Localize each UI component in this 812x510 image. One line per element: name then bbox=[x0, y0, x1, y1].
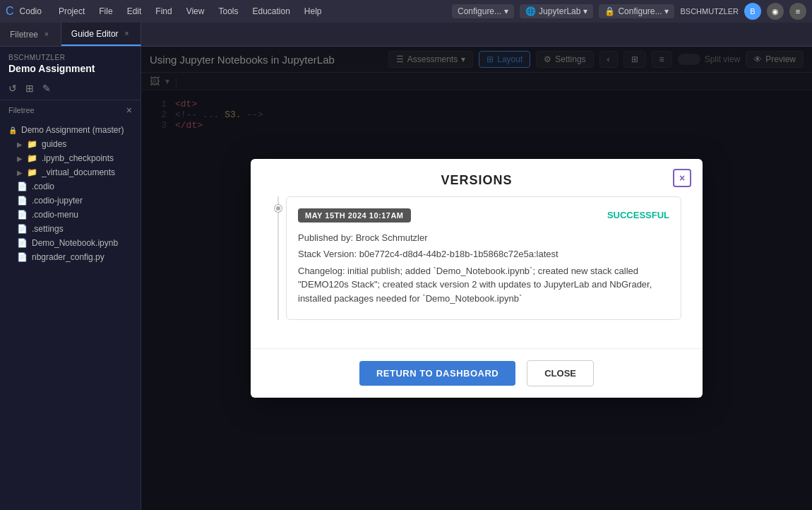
menu-file[interactable]: File bbox=[93, 4, 118, 19]
tree-label-settings: .settings bbox=[32, 224, 64, 234]
file-icon: 📄 bbox=[17, 182, 28, 191]
tree-label-codio-jupyter: .codio-jupyter bbox=[32, 196, 83, 206]
refresh-icon[interactable]: ↺ bbox=[8, 83, 17, 94]
modal-title: VERSIONS bbox=[441, 173, 512, 188]
upload-icon[interactable]: ⊞ bbox=[25, 83, 34, 94]
modal-footer: RETURN TO DASHBOARD CLOSE bbox=[251, 348, 703, 398]
app-name: Codio bbox=[20, 6, 42, 16]
tab-filetree-label: Filetree bbox=[10, 30, 38, 40]
version-status-0: SUCCESSFUL bbox=[607, 210, 669, 220]
folder-icon-3: 📁 bbox=[27, 167, 37, 177]
top-bar-right: Configure... ▾ 🌐 JupyterLab ▾ 🔒 Configur… bbox=[452, 3, 806, 20]
lock-icon: 🔒 bbox=[604, 6, 615, 16]
user-avatar[interactable]: B bbox=[744, 3, 761, 20]
content-area: Using Jupyter Notebooks in JupyterLab ☰ … bbox=[141, 47, 812, 510]
timeline-item-0: MAY 15TH 2024 10:17AM SUCCESSFUL Publish… bbox=[286, 196, 681, 321]
modal-overlay[interactable]: VERSIONS × MAY 15TH 2024 10:17AM SUCCESS… bbox=[141, 47, 812, 510]
folder-icon-2: 📁 bbox=[27, 153, 37, 163]
filetree-close-btn[interactable]: × bbox=[126, 105, 132, 116]
tab-guide-editor-label: Guide Editor bbox=[71, 29, 119, 39]
timeline-dot-0 bbox=[275, 205, 282, 212]
versions-modal: VERSIONS × MAY 15TH 2024 10:17AM SUCCESS… bbox=[251, 159, 703, 398]
modal-close-btn[interactable]: × bbox=[673, 169, 691, 187]
menu-find[interactable]: Find bbox=[150, 4, 177, 19]
user-name: BSCHMUTZLER bbox=[680, 7, 739, 16]
arrow-icon-2: ▶ bbox=[17, 155, 23, 162]
menu-edit[interactable]: Edit bbox=[121, 4, 148, 19]
close-button[interactable]: CLOSE bbox=[527, 360, 594, 386]
menu-view[interactable]: View bbox=[181, 4, 210, 19]
notifications-btn[interactable]: ◉ bbox=[767, 3, 784, 20]
menu-education[interactable]: Education bbox=[246, 4, 295, 19]
tree-item-virtual-docs[interactable]: ▶ 📁 _virtual_documents bbox=[0, 165, 141, 179]
tab-bar: Filetree × Guide Editor × bbox=[0, 23, 812, 47]
lock-icon-root: 🔒 bbox=[8, 126, 17, 134]
tree-label-nbgrader: nbgrader_config.py bbox=[32, 252, 105, 262]
menu-tools[interactable]: Tools bbox=[213, 4, 244, 19]
arrow-icon-3: ▶ bbox=[17, 169, 23, 177]
configure-label-2: Configure... bbox=[618, 6, 662, 16]
chevron-down-icon-3: ▾ bbox=[664, 6, 669, 16]
tree-label-virtual: _virtual_documents bbox=[42, 167, 115, 177]
sidebar: BSCHMUTZLER Demo Assignment ↺ ⊞ ✎ Filetr… bbox=[0, 47, 141, 510]
menu-help[interactable]: Help bbox=[299, 4, 328, 19]
tree-label-demo-notebook: Demo_Notebook.ipynb bbox=[32, 238, 118, 248]
file-icon-3: 📄 bbox=[17, 210, 28, 220]
version-header-0: MAY 15TH 2024 10:17AM SUCCESSFUL bbox=[298, 208, 669, 223]
sidebar-icons: ↺ ⊞ ✎ bbox=[0, 77, 141, 100]
tree-label-codio: .codio bbox=[32, 182, 54, 191]
configure-label-1: Configure... bbox=[458, 6, 501, 16]
modal-body: MAY 15TH 2024 10:17AM SUCCESSFUL Publish… bbox=[251, 196, 703, 349]
version-changelog: Changelog: initial publish; added `Demo_… bbox=[298, 264, 669, 306]
file-tree: 🔒 Demo Assignment (master) ▶ 📁 guides ▶ … bbox=[0, 120, 141, 510]
app-logo: C bbox=[6, 5, 14, 18]
configure-btn-2[interactable]: 🔒 Configure... ▾ bbox=[599, 4, 674, 18]
tree-item-ipynb-checkpoints[interactable]: ▶ 📁 .ipynb_checkpoints bbox=[0, 151, 141, 165]
tree-item-codio-menu[interactable]: 📄 .codio-menu bbox=[0, 208, 141, 222]
file-icon-2: 📄 bbox=[17, 196, 28, 206]
tree-label-root: Demo Assignment (master) bbox=[21, 125, 124, 135]
tree-label-ipynb: .ipynb_checkpoints bbox=[42, 153, 114, 163]
tab-filetree[interactable]: Filetree × bbox=[0, 23, 61, 46]
modal-header: VERSIONS × bbox=[251, 159, 703, 196]
sidebar-user: BSCHMUTZLER bbox=[8, 54, 132, 61]
tree-item-root[interactable]: 🔒 Demo Assignment (master) bbox=[0, 123, 141, 137]
jupyterlab-label: JupyterLab bbox=[539, 6, 580, 16]
sidebar-header: BSCHMUTZLER Demo Assignment bbox=[0, 47, 141, 77]
tree-label-codio-menu: .codio-menu bbox=[32, 210, 78, 220]
jupyterlab-btn[interactable]: 🌐 JupyterLab ▾ bbox=[520, 4, 593, 18]
file-icon-4: 📄 bbox=[17, 224, 28, 234]
tab-guide-editor-close[interactable]: × bbox=[123, 29, 131, 38]
versions-timeline: MAY 15TH 2024 10:17AM SUCCESSFUL Publish… bbox=[272, 196, 681, 321]
tree-item-settings[interactable]: 📄 .settings bbox=[0, 222, 141, 236]
chevron-down-icon-2: ▾ bbox=[583, 6, 587, 16]
version-date-0: MAY 15TH 2024 10:17AM bbox=[298, 208, 411, 223]
main-layout: BSCHMUTZLER Demo Assignment ↺ ⊞ ✎ Filetr… bbox=[0, 47, 812, 510]
menu-btn[interactable]: ≡ bbox=[789, 3, 806, 20]
file-icon-6: 📄 bbox=[17, 252, 28, 262]
tree-item-demo-notebook[interactable]: 📄 Demo_Notebook.ipynb bbox=[0, 236, 141, 250]
filetree-label: Filetree bbox=[8, 106, 35, 114]
filetree-header: Filetree × bbox=[0, 100, 141, 120]
folder-icon: 📁 bbox=[27, 139, 37, 149]
menu-project[interactable]: Project bbox=[53, 4, 90, 19]
tree-item-codio[interactable]: 📄 .codio bbox=[0, 179, 141, 194]
tree-item-codio-jupyter[interactable]: 📄 .codio-jupyter bbox=[0, 194, 141, 208]
edit-icon[interactable]: ✎ bbox=[42, 83, 51, 94]
configure-btn-1[interactable]: Configure... ▾ bbox=[452, 4, 514, 18]
globe-icon: 🌐 bbox=[525, 6, 536, 16]
file-icon-5: 📄 bbox=[17, 238, 28, 248]
top-bar: C Codio Project File Edit Find View Tool… bbox=[0, 0, 812, 23]
version-published-by: Published by: Brock Schmutzler bbox=[298, 231, 669, 245]
version-card-0: MAY 15TH 2024 10:17AM SUCCESSFUL Publish… bbox=[286, 196, 681, 321]
chevron-down-icon: ▾ bbox=[504, 6, 508, 16]
arrow-icon: ▶ bbox=[17, 141, 23, 148]
tab-filetree-close[interactable]: × bbox=[42, 30, 51, 39]
tab-guide-editor[interactable]: Guide Editor × bbox=[61, 23, 142, 46]
return-dashboard-button[interactable]: RETURN TO DASHBOARD bbox=[359, 361, 515, 386]
tree-item-nbgrader[interactable]: 📄 nbgrader_config.py bbox=[0, 250, 141, 264]
sidebar-project: Demo Assignment bbox=[8, 63, 132, 74]
version-stack: Stack Version: b0e772c4-d8d4-44b2-b18b-1… bbox=[298, 247, 669, 261]
tree-label-guides: guides bbox=[42, 139, 66, 149]
tree-item-guides[interactable]: ▶ 📁 guides bbox=[0, 137, 141, 151]
